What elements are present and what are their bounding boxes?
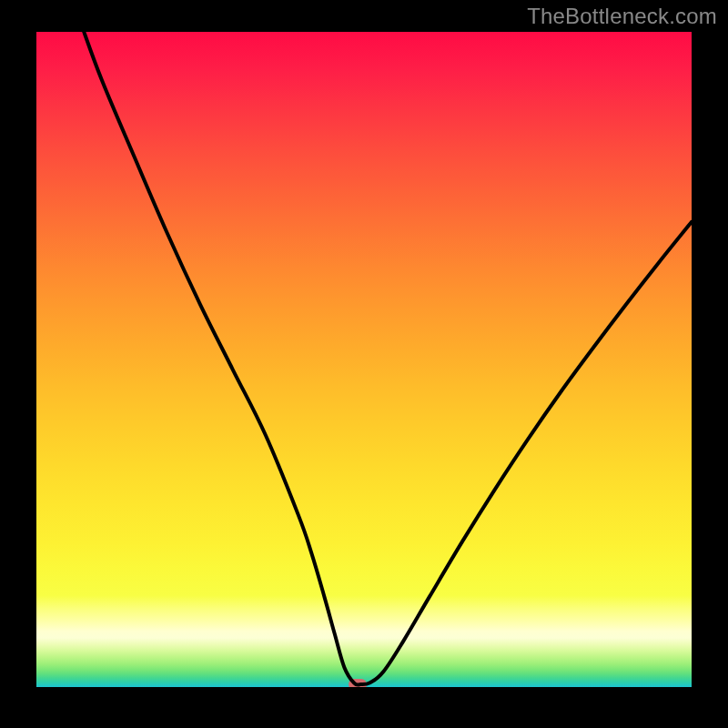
chart-wrap: TheBottleneck.com: [0, 0, 728, 728]
bottleneck-curve: [36, 32, 692, 687]
plot-area: [36, 32, 692, 687]
attribution-label: TheBottleneck.com: [527, 4, 717, 29]
